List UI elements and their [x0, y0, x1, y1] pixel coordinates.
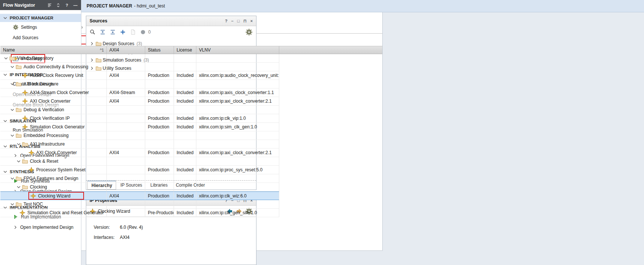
chevron-down-icon[interactable] [10, 107, 15, 112]
column-header-license[interactable]: License [174, 46, 196, 54]
catalog-row-label: Audio Connectivity & Processing [24, 64, 88, 69]
chevron-down-icon[interactable] [16, 159, 21, 164]
catalog-cell-vlnv [196, 131, 279, 140]
updown-arrows-icon[interactable] [56, 3, 61, 8]
add-icon[interactable] [120, 29, 126, 35]
catalog-name-cell: Audio Connectivity & Processing [0, 63, 107, 71]
catalog-row-axi-infrastructure[interactable]: AXI Infrastructure [0, 80, 382, 88]
catalog-row-processor-system-reset[interactable]: Processor System ResetProductionIncluded… [0, 166, 382, 174]
catalog-row-simulation-clock-generator[interactable]: Simulation Clock GeneratorProductionIncl… [0, 123, 382, 131]
chevron-down-icon[interactable] [10, 202, 15, 207]
catalog-name-cell: Clock & Reset [0, 157, 107, 166]
minimize-icon[interactable]: — [73, 3, 78, 8]
flow-item-label: Open Implemented Design [20, 225, 74, 230]
chevron-right-icon[interactable] [13, 225, 18, 230]
context-subtitle: - hdmi_out_test [134, 3, 165, 9]
catalog-row-clock-verification-ip[interactable]: Clock Verification IPProductionIncludedx… [0, 114, 382, 123]
catalog-row-clocking[interactable]: Clocking [0, 183, 382, 191]
catalog-name-cell: FPGA Features and Design [0, 174, 107, 183]
catalog-name-cell: Debug & Verification [0, 106, 107, 114]
chevron-down-icon[interactable] [10, 176, 15, 181]
expand-all-icon[interactable] [110, 29, 116, 35]
column-header-axi4[interactable]: AXI4 [107, 46, 145, 54]
help-icon[interactable]: ? [64, 3, 69, 8]
catalog-cell-vlnv [196, 106, 279, 114]
folder-icon [16, 175, 22, 181]
catalog-row-axi-clock-converter[interactable]: AXI Clock ConverterAXI4ProductionInclude… [0, 97, 382, 106]
chevron-down-icon[interactable] [10, 64, 15, 69]
chevron-down-icon[interactable] [3, 56, 9, 61]
catalog-cell-license: Included [174, 71, 196, 80]
sources-toolbar: 0 [86, 26, 256, 38]
catalog-cell-vlnv [196, 63, 279, 71]
catalog-cell-vlnv: xilinx.com:ip:axi_clock_converter:2.1 [196, 97, 279, 106]
ip-core-icon [28, 167, 34, 173]
chevron-down-icon[interactable] [16, 184, 21, 190]
close-icon[interactable]: × [251, 19, 253, 23]
collapse-list-icon[interactable] [47, 3, 52, 8]
catalog-row-clock-reset[interactable]: Clock & Reset [0, 157, 382, 166]
catalog-cell-license: Included [174, 88, 196, 97]
maximize-icon[interactable]: □ [237, 19, 240, 23]
ip-core-icon [22, 124, 28, 130]
name-box: Clock Verification IP [22, 114, 70, 122]
catalog-row-vivado-repository[interactable]: Vivado Repository [0, 54, 382, 63]
settings-gear-icon[interactable] [245, 28, 253, 36]
flow-item-add-sources[interactable]: Add Sources [0, 32, 81, 43]
minimize-icon[interactable]: – [231, 19, 233, 23]
collapse-all-icon[interactable] [100, 29, 106, 35]
catalog-row-simulation-clock-and-reset-generator[interactable]: Simulation Clock and Reset GeneratorPre-… [0, 209, 382, 217]
name-box: Simulation Clock and Reset Generator [19, 209, 104, 217]
column-header-label: VLNV [199, 47, 211, 53]
sources-panel-header: Sources ?–□⊓× [86, 16, 256, 26]
catalog-row-embedded-processing[interactable]: Embedded Processing [0, 131, 382, 140]
chevron-down-icon[interactable] [10, 133, 15, 138]
catalog-cell-status [145, 200, 174, 209]
catalog-row-label: Embedded Processing [24, 133, 69, 138]
flow-item-open-implemented-design[interactable]: Open Implemented Design [0, 222, 81, 233]
document-icon[interactable] [130, 29, 136, 35]
flow-item-label: Settings [21, 25, 37, 30]
chevron-down-icon[interactable] [16, 141, 21, 147]
catalog-cell-license: Included [174, 191, 196, 200]
flow-navigator-title: Flow Navigator [3, 3, 35, 8]
chevron-down-icon[interactable] [10, 81, 15, 87]
flow-section-header-project-manager[interactable]: PROJECT MANAGER [0, 14, 81, 22]
catalog-name-cell: Simulation Clock and Reset Generator [0, 209, 107, 217]
catalog-row-audio-connectivity-processing[interactable]: Audio Connectivity & Processing [0, 63, 382, 71]
chevron-right-icon[interactable] [89, 41, 94, 46]
help-icon[interactable]: ? [225, 19, 227, 23]
ip-core-icon [22, 72, 28, 78]
catalog-row-axi-clock-converter[interactable]: AXI Clock ConverterAXI4ProductionInclude… [0, 149, 382, 157]
catalog-row-test-noc[interactable]: Test NOC [0, 200, 382, 209]
catalog-row-debug-verification[interactable]: Debug & Verification [0, 106, 382, 114]
column-header-label: AXI4 [109, 47, 119, 53]
catalog-cell-status [145, 157, 174, 166]
column-header-label: License [177, 47, 192, 53]
catalog-cell-status: Production [145, 97, 174, 106]
catalog-cell-status [145, 80, 174, 88]
catalog-row-label: AXI4-Stream Clock Converter [30, 90, 89, 95]
search-icon[interactable] [90, 29, 96, 35]
column-header-vlnv[interactable]: VLNV [196, 46, 279, 54]
catalog-cell-license [174, 80, 196, 88]
catalog-cell-vlnv [196, 157, 279, 166]
catalog-name-cell: Test NOC [0, 200, 107, 209]
float-icon[interactable]: ⊓ [243, 19, 247, 23]
catalog-row-fpga-features-and-design[interactable]: FPGA Features and Design [0, 174, 382, 183]
catalog-row-audio-clock-recovery-unit[interactable]: Audio Clock Recovery UnitAXI4ProductionI… [0, 71, 382, 80]
catalog-cell-status: Production [145, 149, 174, 157]
column-header-status[interactable]: Status [145, 46, 174, 54]
message-count: 0 [148, 29, 151, 35]
catalog-name-cell: Audio Clock Recovery Unit [0, 71, 107, 80]
catalog-name-cell: Clocking Wizard [0, 191, 107, 200]
sort-indicator: ^1 [100, 48, 104, 52]
catalog-cell-license: Included [174, 114, 196, 123]
flow-item-settings[interactable]: Settings [0, 22, 81, 32]
catalog-cell-axi4 [107, 80, 145, 88]
catalog-row-axi-infrastructure[interactable]: AXI Infrastructure [0, 140, 382, 149]
column-header-name[interactable]: Name^1 [0, 46, 107, 54]
catalog-row-axi4-stream-clock-converter[interactable]: AXI4-Stream Clock ConverterAXI4-StreamPr… [0, 88, 382, 97]
catalog-row-clocking-wizard[interactable]: Clocking WizardAXI4ProductionIncludedxil… [0, 191, 382, 200]
version-label: Version: [94, 225, 120, 230]
